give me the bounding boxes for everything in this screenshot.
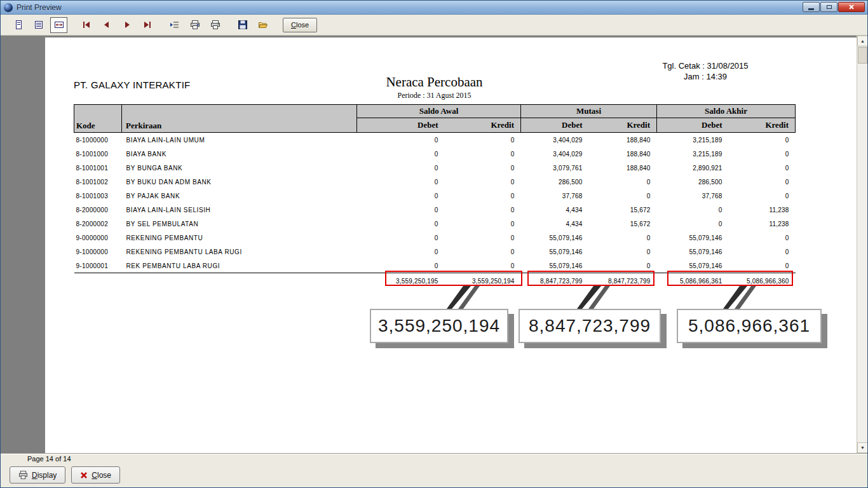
scroll-down-icon: ▼ (860, 445, 865, 450)
table-row: 8-1001001BY BUNGA BANK003,079,761188,840… (74, 161, 796, 175)
restore-button[interactable] (820, 2, 837, 12)
detail-view-icon (34, 20, 44, 30)
callout-tail (574, 286, 619, 309)
cell-ak_kredit: 0 (729, 133, 796, 147)
report-period: Periode : 31 Agust 2015 (74, 91, 795, 100)
cell-m_kredit: 15,672 (589, 203, 657, 217)
cell-ak_debet: 0 (657, 217, 729, 231)
table-row: 8-2000000BIAYA LAIN-LAIN SELISIH004,4341… (74, 203, 796, 217)
restore-icon (827, 5, 832, 9)
callout-value: 5,086,966,361 (688, 316, 810, 336)
next-page-button[interactable] (118, 17, 135, 33)
cell-ak_debet: 3,215,189 (657, 133, 729, 147)
display-button[interactable]: Display (10, 466, 65, 484)
app-icon (4, 3, 13, 12)
table-row: 8-1001000BIAYA BANK003,404,029188,8403,2… (74, 147, 796, 161)
callout: 8,847,723,799 (519, 309, 661, 343)
prior-page-button[interactable] (98, 17, 115, 33)
header-saldo-akhir: Saldo Akhir (657, 105, 796, 118)
cell-perkiraan: BY SEL PEMBULATAN (122, 217, 357, 231)
totals-empty-perkiraan (122, 273, 357, 290)
minimize-button[interactable] (803, 2, 820, 12)
print-icon (210, 20, 220, 30)
printer-setup-icon (190, 20, 200, 30)
last-page-button[interactable] (139, 17, 156, 33)
report-title-block: Neraca Percobaan Periode : 31 Agust 2015 (74, 74, 795, 100)
cell-ak_kredit: 0 (729, 245, 796, 259)
cell-ak_debet: 2,890,921 (657, 161, 729, 175)
cell-m_kredit: 15,672 (589, 217, 657, 231)
cell-ak_debet: 55,079,146 (657, 245, 729, 259)
table-body: 8-1000000BIAYA LAIN-LAIN UMUM003,404,029… (74, 133, 796, 273)
callout-value: 8,847,723,799 (529, 316, 651, 336)
open-report-button[interactable] (254, 17, 271, 33)
cell-perkiraan: REKENING PEMBANTU (122, 231, 357, 245)
whole-page-view-icon (13, 20, 24, 30)
bottom-bar: Display Close (1, 463, 867, 487)
scroll-down-button[interactable]: ▼ (857, 442, 868, 453)
cell-kode: 9-0000000 (74, 231, 122, 245)
print-date: Tgl. Cetak : 31/08/2015 (642, 60, 769, 71)
cell-m_debet: 3,404,029 (521, 147, 589, 161)
toolbar: Close (1, 15, 867, 36)
header-perkiraan: Perkiraan (122, 105, 357, 133)
callout: 5,086,966,361 (677, 309, 822, 343)
cell-m_debet: 55,079,146 (521, 231, 589, 245)
print-button[interactable] (207, 17, 224, 33)
first-page-button[interactable] (78, 17, 95, 33)
cell-kode: 8-1001001 (74, 161, 122, 175)
header-saldo-awal: Saldo Awal (357, 105, 521, 118)
printer-setup-button[interactable] (186, 17, 203, 33)
close-label: Close (92, 471, 111, 480)
save-report-button[interactable] (234, 17, 251, 33)
cell-sa_kredit: 0 (445, 147, 521, 161)
cell-m_debet: 55,079,146 (521, 245, 589, 259)
table-row: 9-1000001REK PEMBANTU LABA RUGI0055,079,… (74, 259, 796, 273)
cell-m_kredit: 0 (589, 231, 657, 245)
callout-tail (721, 286, 765, 309)
cell-kode: 9-1000001 (74, 259, 122, 273)
header-sa-debet: Debet (357, 118, 445, 133)
cell-m_debet: 55,079,146 (521, 259, 589, 273)
cell-m_debet: 4,434 (521, 217, 589, 231)
print-options-icon (170, 20, 180, 30)
cell-ak_debet: 55,079,146 (657, 259, 729, 273)
titlebar[interactable]: Print Preview (1, 1, 867, 15)
print-options-button[interactable] (166, 17, 183, 33)
cell-kode: 9-1000000 (74, 245, 122, 259)
detail-view-button[interactable] (30, 17, 47, 33)
cell-m_kredit: 188,840 (589, 161, 657, 175)
cell-perkiraan: BIAYA BANK (122, 147, 357, 161)
page-width-view-button[interactable] (50, 17, 67, 33)
cell-m_debet: 3,079,761 (521, 161, 589, 175)
display-label: Display (32, 471, 57, 480)
cell-sa_kredit: 0 (445, 203, 521, 217)
cell-sa_debet: 0 (357, 133, 445, 147)
close-window-button[interactable] (838, 2, 865, 12)
vertical-scrollbar[interactable]: ▲ ▼ (857, 36, 867, 453)
scrollbar-thumb[interactable] (858, 47, 867, 64)
whole-page-view-button[interactable] (10, 17, 27, 33)
header-mutasi: Mutasi (521, 105, 657, 118)
scroll-up-button[interactable]: ▲ (857, 36, 868, 46)
printer-icon (18, 470, 28, 480)
cell-sa_kredit: 0 (445, 189, 521, 203)
window-title: Print Preview (17, 3, 62, 12)
cell-m_kredit: 0 (589, 245, 657, 259)
cell-kode: 8-1000000 (74, 133, 122, 147)
view-mode-group (10, 17, 67, 33)
open-folder-icon (258, 20, 268, 30)
cell-m_kredit: 0 (589, 175, 657, 189)
file-group (234, 17, 271, 33)
table-row: 8-2000002BY SEL PEMBULATAN004,43415,6720… (74, 217, 796, 231)
table-row: 8-1001002BY BUKU DAN ADM BANK00286,50002… (74, 175, 796, 189)
cell-perkiraan: BY BUNGA BANK (122, 161, 357, 175)
cell-kode: 8-2000002 (74, 217, 122, 231)
table-footer: 3,559,250,195 3,559,250,194 8,847,723,79… (74, 273, 796, 290)
toolbar-close-button[interactable]: Close (283, 18, 317, 32)
report-title: Neraca Percobaan (74, 74, 795, 90)
cell-perkiraan: BIAYA LAIN-LAIN UMUM (122, 133, 357, 147)
cell-perkiraan: BY PAJAK BANK (122, 189, 357, 203)
cell-sa_debet: 0 (357, 203, 445, 217)
close-button[interactable]: Close (71, 466, 120, 484)
